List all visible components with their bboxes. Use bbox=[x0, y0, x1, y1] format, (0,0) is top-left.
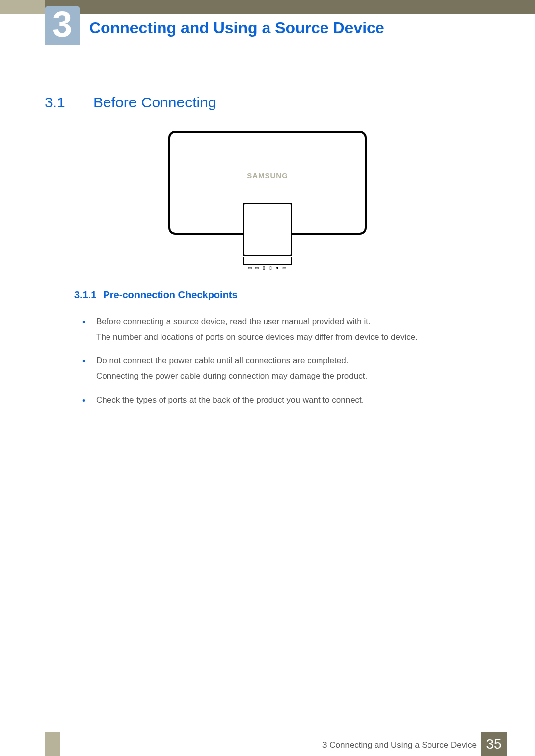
checklist: Before connecting a source device, read … bbox=[82, 314, 485, 408]
page-header: 3 Connecting and Using a Source Device bbox=[0, 0, 535, 40]
port-icon: ▯ bbox=[268, 265, 273, 269]
list-item-text-followup: The number and locations of ports on sou… bbox=[96, 330, 485, 345]
footer-breadcrumb: 3 Connecting and Using a Source Device bbox=[322, 740, 477, 750]
chapter-title: Connecting and Using a Source Device bbox=[89, 19, 384, 37]
chapter-badge: 3 bbox=[45, 6, 80, 45]
list-item: Before connecting a source device, read … bbox=[82, 314, 485, 345]
monitor-base-icon bbox=[243, 257, 292, 265]
port-icon: ▭ bbox=[282, 265, 287, 269]
page-footer: 3 Connecting and Using a Source Device 3… bbox=[0, 732, 535, 756]
list-item: Do not connect the power cable until all… bbox=[82, 353, 485, 384]
section-heading: 3.1 Before Connecting bbox=[45, 94, 490, 111]
monitor-brand-label: SAMSUNG bbox=[247, 171, 288, 180]
subsection-number: 3.1.1 bbox=[74, 289, 96, 301]
section-title: Before Connecting bbox=[93, 94, 216, 111]
section-number: 3.1 bbox=[45, 94, 73, 111]
monitor-ports-icon: ▭ ▭ ▯ ▯ ● ▭ bbox=[243, 265, 292, 269]
chapter-title-container: Connecting and Using a Source Device bbox=[89, 19, 515, 37]
header-accent-strip bbox=[0, 0, 535, 14]
port-icon: ● bbox=[275, 265, 280, 269]
list-item-text: Check the types of ports at the back of … bbox=[96, 395, 364, 404]
list-item-text: Before connecting a source device, read … bbox=[96, 317, 371, 326]
port-icon: ▭ bbox=[255, 265, 260, 269]
subsection-heading: 3.1.1 Pre-connection Checkpoints bbox=[74, 289, 490, 301]
port-icon: ▯ bbox=[262, 265, 267, 269]
monitor-stand-icon bbox=[243, 203, 292, 256]
monitor-illustration: SAMSUNG ▭ ▭ ▯ ▯ ● ▭ bbox=[163, 131, 372, 269]
page-number: 35 bbox=[486, 736, 501, 752]
list-item: Check the types of ports at the back of … bbox=[82, 393, 485, 408]
subsection-title: Pre-connection Checkpoints bbox=[103, 289, 237, 301]
list-item-text: Do not connect the power cable until all… bbox=[96, 356, 348, 365]
port-icon: ▭ bbox=[248, 265, 253, 269]
list-item-text-followup: Connecting the power cable during connec… bbox=[96, 369, 485, 384]
header-accent-right bbox=[45, 0, 535, 14]
page-content: 3.1 Before Connecting SAMSUNG ▭ ▭ ▯ ▯ ● … bbox=[45, 94, 490, 417]
chapter-number: 3 bbox=[53, 4, 72, 47]
footer-page-box: 35 bbox=[481, 732, 507, 756]
header-accent-left bbox=[0, 0, 45, 14]
footer-accent-left bbox=[45, 732, 60, 756]
